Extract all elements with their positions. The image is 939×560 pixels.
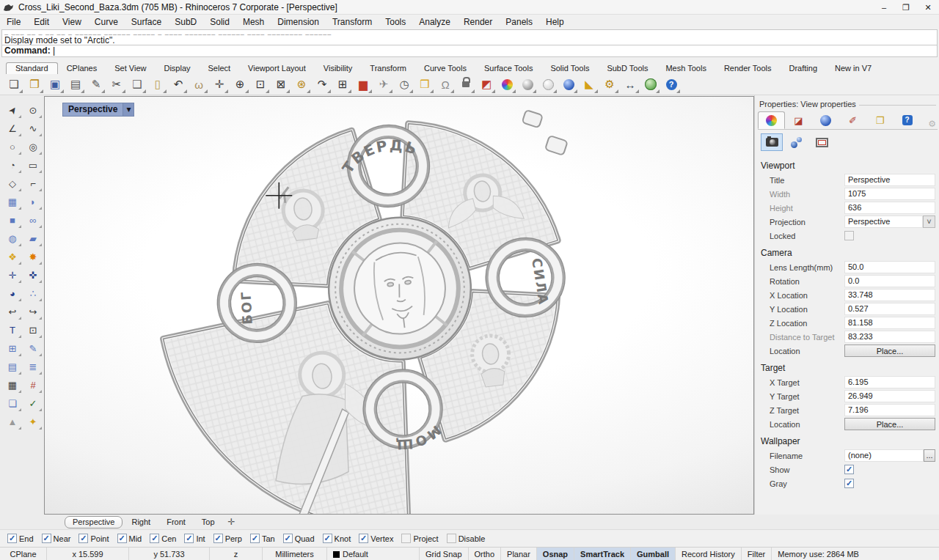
status-toggle-osnap[interactable]: Osnap [537,548,574,560]
menu-item-view[interactable]: View [56,17,88,27]
checkbox[interactable]: ✓ [213,534,223,543]
value-field[interactable]: 1075 [844,188,935,200]
box-icon[interactable]: ■ [3,211,22,229]
options-gear-icon[interactable]: ⚙ [600,75,619,94]
toolbar-tab-display[interactable]: Display [155,63,199,74]
corner-curve-icon[interactable]: ⌐ [23,174,43,193]
checkbox[interactable]: ✓ [323,534,332,543]
rectangle-icon[interactable]: ▭ [23,156,43,174]
tab-libraries[interactable]: ❐ [866,111,894,129]
solid-edit-icon[interactable]: ▤ [3,358,22,376]
panel-gear-icon[interactable]: ⚙ [928,119,936,129]
menu-item-mesh[interactable]: Mesh [236,17,271,27]
value-field[interactable]: 26.949 [844,390,935,402]
zoom-selected-icon[interactable]: ⊛ [292,75,311,94]
subtab-gumball[interactable] [786,133,808,151]
value-field[interactable]: 81.158 [844,317,935,329]
toolbar-tab-cplanes[interactable]: CPlanes [58,63,106,74]
toolbar-tab-render-tools[interactable]: Render Tools [715,63,781,74]
open-file-icon[interactable]: ❐ [25,75,44,94]
osnap-cen[interactable]: ✓Cen [150,534,176,543]
toolbar-tab-standard[interactable]: Standard [6,62,58,74]
array-icon[interactable]: ▦ [3,376,22,394]
toolbar-tab-curve-tools[interactable]: Curve Tools [415,63,475,74]
menu-item-surface[interactable]: Surface [125,17,168,27]
osnap-knot[interactable]: ✓Knot [323,534,351,543]
tab-properties[interactable] [758,111,785,129]
osnap-disable[interactable]: Disable [447,534,486,543]
checkbox[interactable]: ✓ [283,534,293,543]
maximize-button[interactable]: ❐ [895,0,917,14]
value-field[interactable]: Perspective [844,215,923,228]
value-field[interactable]: 6.195 [844,376,935,388]
section-icon[interactable]: ≣ [23,358,43,376]
polygon-icon[interactable]: ◇ [3,174,22,193]
minimize-button[interactable]: – [873,0,895,14]
checkbox[interactable]: ✓ [42,534,51,543]
viewport-tab-right[interactable]: Right [124,517,158,528]
checkbox[interactable]: ✓ [844,479,854,488]
value-field[interactable]: (none) [844,449,924,462]
viewport-tab-top[interactable]: Top [194,517,222,528]
history-clock-icon[interactable]: ◷ [395,75,414,94]
annotate-icon[interactable]: ❒ [415,75,434,94]
bend-surface-icon[interactable]: ▰ [23,229,43,248]
help-icon[interactable]: ? [662,75,681,94]
checkbox[interactable]: ✓ [184,534,194,543]
checkbox[interactable]: ✓ [117,534,127,543]
point-icon[interactable]: ⊙ [23,101,43,119]
circle-icon[interactable]: ○ [3,138,22,156]
cplane-icon[interactable]: ✈ [374,75,393,94]
status-millimeters[interactable]: Millimeters [263,548,327,560]
zoom-window-icon[interactable]: ⊡ [251,75,270,94]
menu-item-curve[interactable]: Curve [88,17,125,27]
zoom-dynamic-icon[interactable]: ⊕ [230,75,249,94]
checkbox[interactable]: ✓ [7,534,17,543]
value-field[interactable]: 33.748 [844,289,935,301]
menu-item-tools[interactable]: Tools [379,17,412,27]
checkbox[interactable]: ✓ [359,534,368,543]
status-x-[interactable]: x 15.599 [47,548,129,560]
boolean-spheres-icon[interactable]: ◕ [3,284,22,303]
save-icon[interactable]: ▣ [45,75,65,94]
new-file-icon[interactable]: ❏ [4,75,23,94]
osnap-tan[interactable]: ✓Tan [250,534,275,543]
dropdown-button[interactable]: ˅ [923,215,935,228]
status-cplane[interactable]: CPlane [0,548,47,560]
status-toggle-planar[interactable]: Planar [501,548,537,560]
chevron-down-icon[interactable]: ▾ [123,103,134,117]
distance-icon[interactable]: ↔ [621,75,640,94]
browse-button[interactable]: ... [924,449,935,462]
bake-render-icon[interactable]: ✦ [23,413,43,431]
undo-view-icon[interactable]: ↷ [313,75,332,94]
cplane-pin-icon[interactable]: ✛ [3,266,22,284]
clamp-icon[interactable]: # [23,376,43,394]
tab-materials[interactable]: ✐ [839,111,866,129]
text-icon[interactable]: T [3,321,22,339]
block-icon[interactable]: ⊞ [3,339,22,358]
make2d-icon[interactable]: ✎ [23,339,43,358]
close-button[interactable]: ✕ [917,0,939,14]
menu-item-dimension[interactable]: Dimension [271,17,326,27]
tab-layers[interactable]: ◪ [785,111,812,129]
rebuild-curve-icon[interactable]: ↪ [23,303,43,321]
render-cone-icon[interactable]: ◣ [580,75,599,94]
extend-curve-icon[interactable]: ↩ [3,303,22,321]
surface-points-icon[interactable]: ▦ [3,193,22,211]
ellipse-icon[interactable]: ◎ [23,138,43,156]
value-field[interactable]: 83.233 [844,331,935,343]
value-field[interactable]: Perspective [844,174,935,186]
rendered-viewport-icon[interactable] [559,75,578,94]
command-input[interactable]: Command: | [1,45,938,57]
status-toggle-filter[interactable]: Filter [742,548,772,560]
menu-item-transform[interactable]: Transform [326,17,379,27]
checkbox[interactable]: ✓ [844,465,854,474]
pan-icon[interactable]: ω [189,75,208,94]
viewport-layout-icon[interactable]: ⊞ [333,75,352,94]
menu-item-panels[interactable]: Panels [499,17,539,27]
status-toggle-ortho[interactable]: Ortho [469,548,502,560]
toolbar-tab-mesh-tools[interactable]: Mesh Tools [657,63,715,74]
viewport-splitter-icon[interactable]: ✛ [224,517,235,527]
polyline-icon[interactable]: ∠ [3,119,22,138]
surface-sweep-icon[interactable]: ◗ [23,193,43,211]
